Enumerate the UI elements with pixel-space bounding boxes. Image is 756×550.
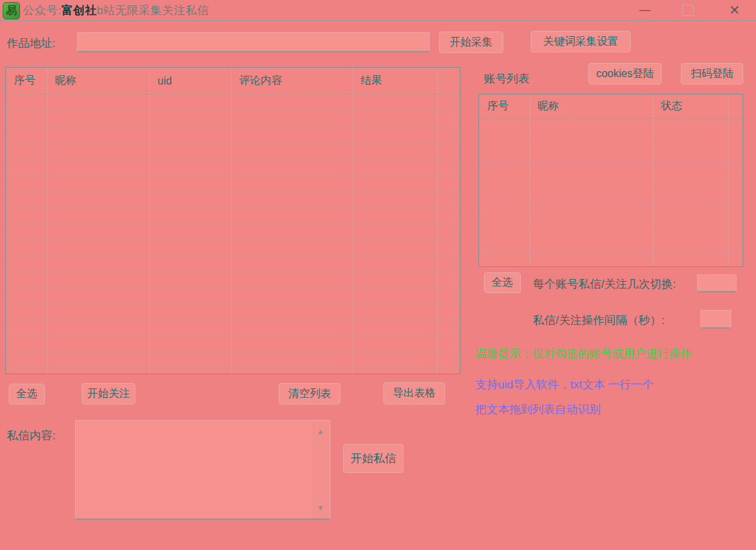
col-header-result: 结果 — [353, 68, 437, 94]
message-content-box: ▲ ▼ — [75, 420, 330, 520]
switch-count-input[interactable] — [697, 274, 737, 292]
app-window: { "window": { "logo_glyph": "易", "title_… — [0, 0, 756, 550]
work-url-input[interactable] — [77, 32, 430, 52]
window-title-brand: 富创社 — [62, 3, 97, 18]
col-header-index: 序号 — [479, 95, 529, 118]
window-title-prefix: 公众号: — [23, 3, 62, 18]
switch-count-label: 每个账号私信/关注几次切换: — [533, 276, 676, 292]
title-bar: 易 公众号:富创社b站无限采集关注私信 — ✕ — [0, 0, 756, 21]
keyword-collect-settings-button[interactable]: 关键词采集设置 — [531, 31, 631, 52]
col-header-comment: 评论内容 — [231, 68, 353, 94]
col-header-uid: uid — [149, 68, 231, 94]
clear-list-button[interactable]: 清空列表 — [279, 383, 340, 404]
account-list-title: 账号列表 — [484, 71, 529, 87]
window-title-suffix: b站无限采集关注私信 — [97, 3, 208, 18]
account-select-all-button[interactable]: 全选 — [484, 272, 521, 293]
window-title: 公众号:富创社b站无限采集关注私信 — [23, 0, 209, 20]
work-url-label: 作品地址: — [7, 36, 56, 51]
uid-import-tip-text: 支持uid导入软件，txt文本 一行一个 — [475, 377, 653, 392]
start-collect-button[interactable]: 开始采集 — [439, 32, 503, 53]
start-follow-button[interactable]: 开始关注 — [82, 383, 135, 404]
start-message-button[interactable]: 开始私信 — [343, 444, 403, 473]
message-scrollbar[interactable]: ▲ ▼ — [312, 421, 329, 518]
col-header-status: 状态 — [653, 95, 728, 118]
comment-select-all-button[interactable]: 全选 — [9, 384, 45, 404]
scroll-down-icon[interactable]: ▼ — [312, 502, 329, 514]
account-table-header: 序号 昵称 状态 — [479, 95, 743, 119]
minimize-button[interactable]: — — [631, 0, 658, 20]
cookies-login-button[interactable]: cookies登陆 — [588, 63, 662, 85]
scroll-up-icon[interactable]: ▲ — [312, 425, 329, 437]
interval-input[interactable] — [700, 310, 731, 329]
col-header-index: 序号 — [6, 68, 47, 94]
account-table-body[interactable] — [479, 119, 743, 266]
comment-table-header: 序号 昵称 uid 评论内容 结果 — [6, 68, 460, 95]
warm-tip-text: 温馨提示：仅对勾选的账号或用户进行操作 — [475, 346, 692, 362]
app-logo-icon: 易 — [3, 2, 20, 19]
col-header-nickname: 昵称 — [529, 95, 653, 118]
col-header-nickname: 昵称 — [47, 68, 149, 94]
maximize-button[interactable] — [674, 0, 701, 20]
drag-file-tip-text: 把文本拖到列表自动识别 — [475, 402, 601, 417]
comment-table[interactable]: 序号 昵称 uid 评论内容 结果 — [5, 67, 460, 374]
export-table-button[interactable]: 导出表格 — [383, 382, 445, 404]
message-content-input[interactable] — [76, 421, 315, 520]
qrcode-login-button[interactable]: 扫码登陆 — [681, 63, 743, 85]
account-table[interactable]: 序号 昵称 状态 — [479, 94, 743, 267]
comment-table-body[interactable] — [6, 95, 460, 374]
interval-label: 私信/关注操作间隔（秒）: — [533, 313, 664, 328]
close-button[interactable]: ✕ — [721, 0, 748, 20]
maximize-icon — [682, 5, 694, 16]
message-content-label: 私信内容: — [7, 428, 56, 443]
